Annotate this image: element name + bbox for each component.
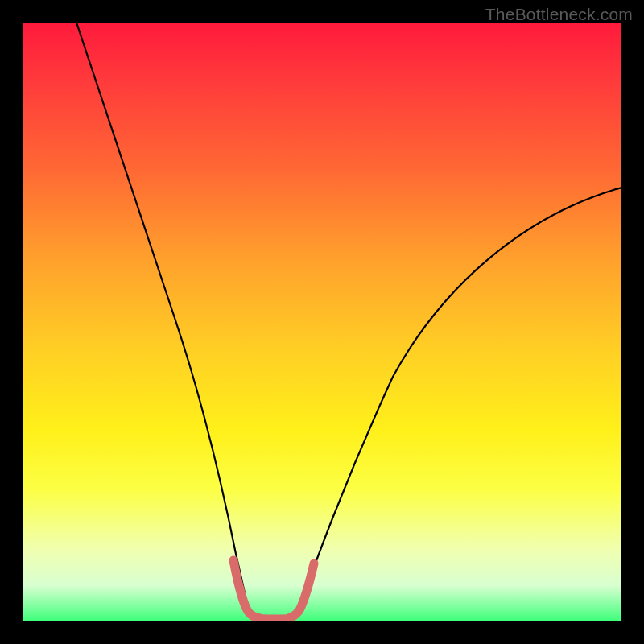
plot-area bbox=[23, 23, 621, 621]
highlight-segment bbox=[233, 560, 314, 619]
main-curve bbox=[76, 23, 621, 618]
watermark-text: TheBottleneck.com bbox=[485, 5, 633, 24]
curve-svg bbox=[23, 23, 621, 621]
chart-container: TheBottleneck.com bbox=[0, 0, 644, 644]
